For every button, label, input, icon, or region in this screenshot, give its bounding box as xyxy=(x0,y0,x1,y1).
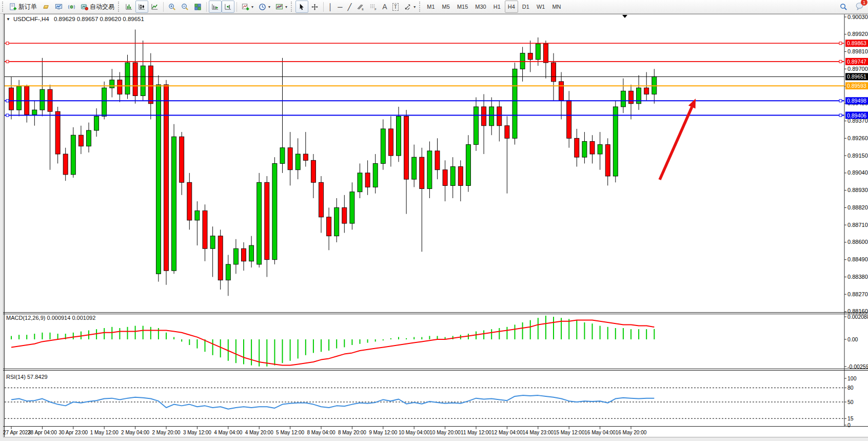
candle-body xyxy=(342,207,347,223)
time-axis-label: 14 May 23:00 xyxy=(522,430,554,435)
price-axis-tick-label: 0.88930 xyxy=(847,187,868,193)
level-price-label: 0.89863 xyxy=(847,40,866,46)
level-line-handle[interactable] xyxy=(839,114,842,117)
level-price-label: 0.89747 xyxy=(847,59,866,65)
candle-body xyxy=(412,157,417,179)
signals-button[interactable] xyxy=(65,1,78,13)
level-line-handle[interactable] xyxy=(6,60,9,63)
candle-body xyxy=(443,170,447,186)
candle-body xyxy=(257,182,262,264)
auto-trading-button[interactable]: 自动交易 xyxy=(78,1,117,13)
level-line-handle[interactable] xyxy=(6,100,9,102)
chart-collapse-icon[interactable]: ▼ xyxy=(6,17,10,22)
trendline-tool-button[interactable]: ╱ xyxy=(345,1,354,13)
price-axis-tick-label: 0.88710 xyxy=(847,222,868,228)
zoom-out-button[interactable] xyxy=(179,1,191,13)
candle-body xyxy=(164,85,169,271)
candle-body xyxy=(350,192,354,223)
candle-body xyxy=(102,88,107,116)
auto-trading-label: 自动交易 xyxy=(90,3,114,11)
chart-canvas[interactable]: ▼ USDCHF-,H4 0.89629 0.89657 0.89620 0.8… xyxy=(0,14,868,441)
candlestick-mode-button[interactable] xyxy=(135,1,148,13)
level-line-handle[interactable] xyxy=(839,100,842,102)
arrows-tool-button[interactable]: ▾ xyxy=(401,1,418,13)
time-axis-label: 16 May 20:00 xyxy=(616,430,647,435)
timeframe-button-mn[interactable]: MN xyxy=(549,1,564,13)
timeframe-button-m1[interactable]: M1 xyxy=(424,1,438,13)
text-label-tool-button[interactable]: T xyxy=(390,1,402,13)
timeframe-button-m30[interactable]: M30 xyxy=(472,1,489,13)
candle-body xyxy=(536,44,540,60)
search-button[interactable] xyxy=(837,1,850,13)
chart-shift-button[interactable] xyxy=(222,1,234,13)
fibonacci-tool-button[interactable]: F xyxy=(367,1,380,13)
timeframe-button-m15[interactable]: M15 xyxy=(454,1,471,13)
price-axis-tick-label: 0.89920 xyxy=(847,31,868,37)
text-tool-button[interactable]: A xyxy=(380,1,389,13)
toolbar-grip[interactable] xyxy=(2,2,6,12)
zoom-in-button[interactable] xyxy=(166,1,179,13)
notifications-button[interactable]: 1 xyxy=(855,2,864,12)
time-axis-label: 8 May 20:00 xyxy=(338,430,366,435)
candle-body xyxy=(180,137,184,182)
line-chart-mode-button[interactable] xyxy=(148,1,161,13)
time-axis-label: 9 May 12:00 xyxy=(369,430,397,435)
level-line-handle[interactable] xyxy=(839,42,842,45)
cursor-tool-button[interactable] xyxy=(295,1,308,13)
candle-body xyxy=(17,86,22,110)
auto-scroll-button[interactable] xyxy=(209,1,222,13)
rsi-axis-tick-label: 15 xyxy=(847,415,854,421)
timeframe-button-w1[interactable]: W1 xyxy=(534,1,548,13)
candle-body xyxy=(265,182,269,259)
candle-body xyxy=(458,167,463,186)
candle-body xyxy=(71,135,75,175)
crosshair-tool-button[interactable] xyxy=(308,1,321,13)
level-line-handle[interactable] xyxy=(839,60,842,63)
timeframe-button-d1[interactable]: D1 xyxy=(519,1,532,13)
candle-body xyxy=(272,163,277,259)
toolbar-separator xyxy=(206,2,207,12)
level-line-handle[interactable] xyxy=(6,114,9,117)
candle-body xyxy=(358,173,362,192)
bar-chart-mode-button[interactable] xyxy=(123,1,135,13)
level-line-handle[interactable] xyxy=(6,42,9,45)
vertical-line-tool-button[interactable]: │ xyxy=(326,1,335,13)
svg-text:F: F xyxy=(375,7,377,10)
candle-body xyxy=(559,82,564,101)
timeframe-button-h1[interactable]: H1 xyxy=(490,1,504,13)
candle-body xyxy=(512,69,517,138)
candle-body xyxy=(32,110,37,114)
candle-body xyxy=(226,264,230,280)
candle-body xyxy=(311,160,315,182)
new-order-button[interactable]: 新订单 xyxy=(7,1,40,13)
candle-body xyxy=(295,154,300,170)
candle-body xyxy=(605,145,610,176)
timeframe-button-m5[interactable]: M5 xyxy=(439,1,453,13)
chart-shift-icon xyxy=(224,3,232,11)
market-watch-button[interactable] xyxy=(52,1,65,13)
candle-body xyxy=(117,80,122,94)
candle-body xyxy=(280,148,285,164)
tile-windows-button[interactable] xyxy=(191,1,204,13)
indicators-button[interactable]: ▾ xyxy=(239,1,256,13)
time-axis-label: 12 May 04:00 xyxy=(491,430,523,435)
toolbar-grip[interactable] xyxy=(419,2,423,12)
equidistant-channel-tool-button[interactable]: E xyxy=(354,1,367,13)
candlestick-icon xyxy=(138,3,146,11)
chart-title-ohlc: 0.89629 0.89657 0.89620 0.89651 xyxy=(54,16,144,22)
horizontal-line-tool-button[interactable]: ─ xyxy=(335,1,345,13)
candle-body xyxy=(242,248,246,261)
gold-ingot-button[interactable] xyxy=(40,1,52,13)
time-axis-label: 2 May 04:00 xyxy=(121,430,149,435)
toolbar-right-group: 1 xyxy=(837,1,864,13)
timeframe-button-h4[interactable]: H4 xyxy=(505,1,518,13)
text-tool-icon: A xyxy=(382,4,387,10)
candle-body xyxy=(195,211,200,220)
vertical-line-icon: │ xyxy=(328,4,332,10)
toolbar-grip[interactable] xyxy=(291,2,294,12)
candle-body xyxy=(63,154,68,175)
candle-body xyxy=(551,63,556,82)
toolbar-grip[interactable] xyxy=(118,2,122,12)
periods-button[interactable]: ▾ xyxy=(256,1,273,13)
templates-button[interactable]: ▾ xyxy=(273,1,290,13)
